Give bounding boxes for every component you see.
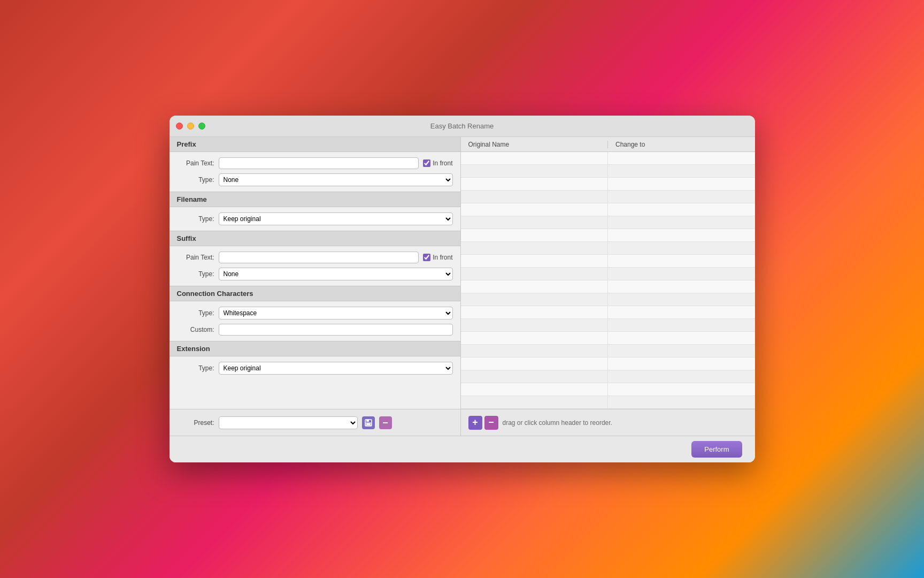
table-row: [461, 293, 755, 306]
table-cell-change: [608, 358, 755, 370]
connection-custom-row: Custom:: [177, 324, 453, 336]
traffic-lights: [176, 123, 205, 130]
col-change-to[interactable]: Change to: [608, 141, 755, 148]
table-cell-orig: [461, 165, 609, 177]
suffix-type-row: Type: None Number Date Custom: [177, 268, 453, 280]
table-cell-orig: [461, 293, 609, 306]
prefix-in-front-label: In front: [433, 159, 452, 167]
suffix-in-front-checkbox[interactable]: [423, 254, 430, 261]
table-cell-orig: [461, 383, 609, 396]
table-row: [461, 319, 755, 332]
extension-type-select[interactable]: Keep original Lowercase Uppercase Remove: [219, 362, 453, 375]
prefix-type-select[interactable]: None Number Date Custom: [219, 173, 453, 186]
prefix-section-body: Pain Text: In front Type: None Number Da…: [170, 152, 460, 192]
add-column-button[interactable]: +: [468, 416, 482, 430]
bottom-left-bar: Preset: −: [170, 409, 460, 436]
table-row: [461, 229, 755, 242]
table-row: [461, 358, 755, 370]
connection-type-label: Type:: [177, 309, 214, 317]
table-cell-change: [608, 165, 755, 177]
filename-section-body: Type: Keep original Lowercase Uppercase …: [170, 207, 460, 231]
right-panel: Original Name Change to: [461, 137, 755, 436]
filename-type-row: Type: Keep original Lowercase Uppercase …: [177, 212, 453, 225]
prefix-in-front-checkbox-label[interactable]: In front: [423, 159, 452, 167]
extension-type-row: Type: Keep original Lowercase Uppercase …: [177, 362, 453, 375]
save-preset-button[interactable]: [362, 416, 375, 429]
remove-preset-button[interactable]: −: [379, 416, 392, 429]
connection-section-body: Type: Whitespace None Underscore Hyphen …: [170, 301, 460, 341]
minimize-button[interactable]: [187, 123, 194, 130]
table-header: Original Name Change to: [461, 137, 755, 152]
prefix-type-label: Type:: [177, 176, 214, 184]
table-cell-orig: [461, 229, 609, 241]
prefix-section-header: Prefix: [170, 137, 460, 152]
table-row: [461, 383, 755, 396]
table-cell-orig: [461, 268, 609, 280]
window-title: Easy Batch Rename: [430, 122, 494, 130]
table-cell-change: [608, 216, 755, 229]
table-row: [461, 332, 755, 345]
table-cell-change: [608, 383, 755, 396]
connection-type-select[interactable]: Whitespace None Underscore Hyphen Custom: [219, 307, 453, 320]
suffix-type-label: Type:: [177, 270, 214, 278]
filename-section-header: Filename: [170, 192, 460, 207]
suffix-pain-text-row: Pain Text: In front: [177, 252, 453, 263]
preset-select[interactable]: [219, 416, 358, 429]
suffix-section-body: Pain Text: In front Type: None Number Da…: [170, 246, 460, 286]
table-row: [461, 216, 755, 229]
drag-hint: drag or click column header to reorder.: [503, 419, 612, 427]
table-cell-change: [608, 255, 755, 267]
suffix-in-front-label: In front: [433, 254, 452, 261]
table-cell-orig: [461, 191, 609, 203]
table-cell-change: [608, 178, 755, 190]
left-panel: Prefix Pain Text: In front Type: None Nu…: [170, 137, 461, 436]
col-original-name[interactable]: Original Name: [461, 141, 609, 148]
table-cell-orig: [461, 358, 609, 370]
filename-type-select[interactable]: Keep original Lowercase Uppercase Custom: [219, 212, 453, 225]
table-row: [461, 242, 755, 255]
suffix-pain-text-label: Pain Text:: [177, 254, 214, 261]
table-row: [461, 191, 755, 203]
app-window: Easy Batch Rename Prefix Pain Text: In f…: [170, 116, 755, 462]
table-cell-orig: [461, 319, 609, 331]
titlebar: Easy Batch Rename: [170, 116, 755, 137]
suffix-pain-text-input[interactable]: [219, 252, 419, 263]
table-cell-change: [608, 268, 755, 280]
table-cell-orig: [461, 280, 609, 293]
prefix-pain-text-input[interactable]: [219, 157, 419, 169]
connection-section-header: Connection Characters: [170, 286, 460, 301]
table-cell-orig: [461, 216, 609, 229]
table-cell-change: [608, 229, 755, 241]
table-row: [461, 165, 755, 178]
table-row: [461, 268, 755, 280]
perform-button[interactable]: Perform: [691, 441, 742, 458]
table-cell-change: [608, 345, 755, 357]
suffix-section-header: Suffix: [170, 231, 460, 246]
table-cell-change: [608, 152, 755, 164]
table-cell-change: [608, 370, 755, 383]
table-cell-orig: [461, 152, 609, 164]
table-cell-orig: [461, 178, 609, 190]
table-row: [461, 152, 755, 165]
suffix-type-select[interactable]: None Number Date Custom: [219, 268, 453, 280]
table-row: [461, 306, 755, 319]
close-button[interactable]: [176, 123, 183, 130]
extension-section-header: Extension: [170, 341, 460, 356]
svg-rect-1: [366, 420, 369, 422]
prefix-in-front-checkbox[interactable]: [423, 159, 430, 167]
suffix-in-front-checkbox-label[interactable]: In front: [423, 254, 452, 261]
filename-type-label: Type:: [177, 215, 214, 223]
connection-custom-input[interactable]: [219, 324, 453, 336]
connection-custom-label: Custom:: [177, 326, 214, 333]
maximize-button[interactable]: [198, 123, 205, 130]
table-cell-change: [608, 203, 755, 216]
remove-column-button[interactable]: −: [484, 416, 498, 430]
table-cell-orig: [461, 332, 609, 344]
table-rows: [461, 152, 755, 409]
prefix-type-row: Type: None Number Date Custom: [177, 173, 453, 186]
table-cell-change: [608, 319, 755, 331]
bottom-right-bar: + − drag or click column header to reord…: [461, 409, 755, 436]
svg-rect-3: [367, 423, 370, 425]
action-bar: Perform: [170, 436, 755, 462]
table-cell-orig: [461, 345, 609, 357]
